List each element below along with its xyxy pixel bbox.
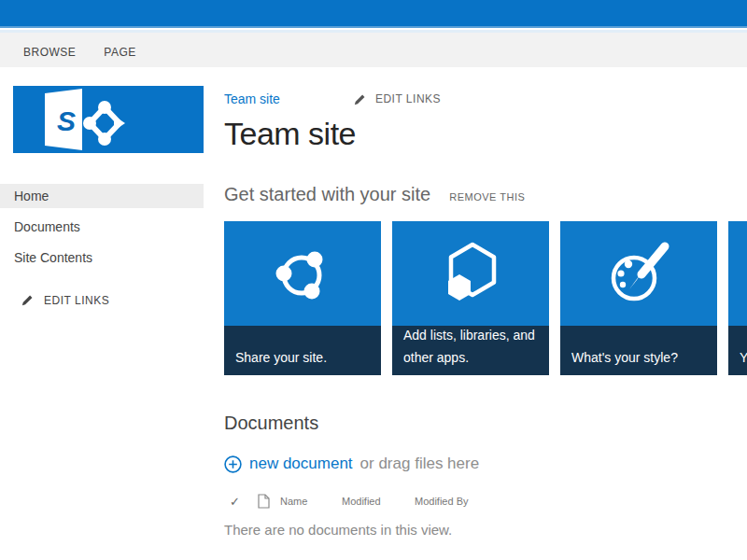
- column-header-name[interactable]: Name: [280, 496, 342, 507]
- pencil-icon: [21, 293, 35, 307]
- page-title: Team site: [224, 116, 356, 152]
- documents-table-header: ✓ Name Modified Modified By: [230, 494, 468, 509]
- drag-files-text: or drag files here: [360, 455, 480, 473]
- svg-text:S: S: [57, 105, 76, 136]
- header-edit-links[interactable]: EDIT LINKS: [353, 92, 441, 106]
- breadcrumb: Team site EDIT LINKS: [224, 91, 441, 106]
- clipped-tile-icon: [728, 221, 747, 327]
- select-all-checkmark[interactable]: ✓: [230, 495, 258, 509]
- new-document-link[interactable]: new document: [249, 455, 353, 473]
- column-header-modified-by[interactable]: Modified By: [415, 496, 468, 507]
- palette-brush-icon: [560, 221, 717, 327]
- get-started-header: Get started with your site REMOVE THIS: [224, 184, 525, 205]
- tile-caption: Add lists, libraries, and other apps.: [392, 326, 549, 375]
- share-icon: [224, 221, 381, 327]
- tile-whats-your-style[interactable]: What's your style?: [560, 221, 717, 375]
- hexagon-apps-icon: [392, 221, 549, 327]
- pencil-icon: [353, 92, 367, 106]
- remove-this-link[interactable]: REMOVE THIS: [449, 191, 525, 203]
- plus-circle-icon[interactable]: [224, 455, 242, 473]
- file-icon: [258, 494, 270, 509]
- sidebar-item-home[interactable]: Home: [0, 184, 204, 208]
- sharepoint-logo[interactable]: S: [13, 86, 204, 153]
- sidebar: S Home Documents Site Contents EDIT LINK…: [0, 67, 210, 560]
- suite-bar: [0, 0, 747, 28]
- empty-view-message: There are no documents in this view.: [224, 522, 452, 538]
- ribbon-bar: BROWSE PAGE: [0, 33, 747, 67]
- get-started-tiles: Share your site. Add lists, libraries, a…: [224, 221, 747, 375]
- get-started-heading: Get started with your site: [224, 184, 430, 205]
- sidebar-item-documents[interactable]: Documents: [0, 215, 204, 239]
- documents-heading: Documents: [224, 413, 318, 434]
- tile-add-lists-libraries[interactable]: Add lists, libraries, and other apps.: [392, 221, 549, 375]
- tile-share-your-site[interactable]: Share your site.: [224, 221, 381, 375]
- tile-caption: Your site. Your brand.: [728, 326, 747, 375]
- tab-browse[interactable]: BROWSE: [23, 46, 76, 59]
- sidebar-nav: Home Documents Site Contents: [0, 184, 204, 276]
- tile-caption: Share your site.: [224, 326, 381, 375]
- sharepoint-logo-icon: S: [13, 86, 204, 153]
- sidebar-edit-links-label: EDIT LINKS: [44, 294, 109, 307]
- new-document-row: new document or drag files here: [224, 455, 479, 473]
- column-header-modified[interactable]: Modified: [342, 496, 415, 507]
- sidebar-item-site-contents[interactable]: Site Contents: [0, 245, 204, 270]
- tile-your-site-your-brand[interactable]: Your site. Your brand.: [728, 221, 747, 375]
- breadcrumb-team-site-link[interactable]: Team site: [224, 91, 280, 106]
- header-edit-links-label: EDIT LINKS: [375, 92, 441, 105]
- tab-page[interactable]: PAGE: [104, 46, 135, 59]
- document-type-icon[interactable]: [258, 494, 280, 509]
- sidebar-edit-links[interactable]: EDIT LINKS: [0, 293, 204, 307]
- tile-caption: What's your style?: [560, 326, 717, 375]
